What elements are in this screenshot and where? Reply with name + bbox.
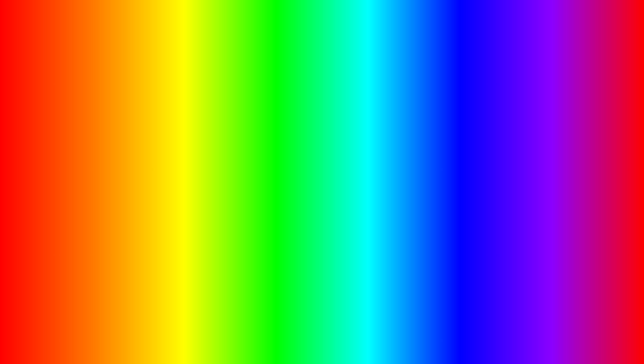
avatar-front: 😊 [171,206,179,214]
script-pastebin-text: SCRIPT PASTEBIN [234,318,472,348]
sidebar-front-avatar: 😊 Sky [168,205,211,216]
game-thumbnail: ANIME WARRIORS 2 [577,309,631,352]
checkbox-collect-coin[interactable] [312,170,318,176]
sidebar-back-label-merchant: MERCHANT [136,126,157,130]
open-ui-icon: ⚡ [131,141,135,144]
window-front-hub-name: YUTO HUB [171,133,194,138]
sidebar-back-label-auto-battle: AUTO BATTLE [136,148,161,152]
star-hatch-icon: ⚡ [131,119,135,122]
title-simulator-text: SIMULATOR [207,53,408,90]
window-back-controls: — ✕ [248,106,263,112]
farm-text: FARM [120,312,224,354]
window-front-titlebar: YUTO HUB [UPD10+2X🍀] Anime Warriors Simu… [168,131,323,141]
feature-label-load-mob-container: Load All Mob For Auto Quest Grapgic = 5 … [216,205,267,214]
feature-sublabel-load-mob: Grapgic = 5 - 10 , Enemy render = 500 [216,210,267,214]
title-container: ANIME WARRIORS SIMULATOR 2 [0,7,644,88]
window-back-close[interactable]: ✕ [257,106,263,112]
window-front-minimize[interactable]: — [304,133,311,138]
checkbox-auto-farm-teleport[interactable] [312,147,318,153]
sidebar-front-label-webhook: WEBHOOK [177,152,196,156]
sidebar-front-daily-reward[interactable]: ⚡ DAILY REWARD [168,165,211,173]
window-front-sidebar: ⚡ MAIN ⚡ WEBHOOK ⚡ LOCAL PLAYER ⚡ DAILY … [168,141,211,234]
sidebar-back-label-dungeon: DUNGEON [136,155,155,159]
front-star-hatch-icon: ⚡ [171,182,175,186]
window-front-body: ⚡ MAIN ⚡ WEBHOOK ⚡ LOCAL PLAYER ⚡ DAILY … [168,141,323,234]
webhook-icon: ⚡ [171,153,175,156]
thumbnail-anime: ANIME [584,322,624,330]
avatar-back-face: 😊 [133,182,136,185]
sidebar-front-teleport[interactable]: ⚡ TELEPORT [168,173,211,180]
sidebar-front-label-daily-reward: DAILY REWARD [177,167,204,171]
local-player-icon: ⚡ [171,160,175,164]
sidebar-front-main[interactable]: ⚡ MAIN [168,143,211,151]
dungeon-icon: ⚡ [131,155,135,159]
sidebar-front-webhook[interactable]: ⚡ WEBHOOK [168,151,211,158]
thumbnail-title: ANIME WARRIORS 2 [584,322,624,349]
feature-row-quest-world: Auto Quest In World (Beta) [214,191,320,202]
avatar-back: 😊 [131,180,139,188]
feature-row-collect-coin: Auto COLLECT COIN + Crystal [214,167,320,179]
sidebar-back-label-star-hatch: STAR HATCH [136,118,159,122]
sidebar-front-label-local-player: LOCAL PLAYER [177,160,204,164]
window-front-close[interactable]: ✕ [314,133,320,138]
window-front: YUTO HUB [UPD10+2X🍀] Anime Warriors Simu… [167,130,324,235]
avatar-front-face: 😊 [173,209,177,212]
merchant-icon: ⚡ [131,126,135,130]
feature-label-quest-world: Auto Quest In World (Beta) [216,194,312,199]
title-number: 2 [408,53,437,90]
secret-boss-icon: ⚡ [131,133,135,137]
window-back-titlebar: YUTO HUB [UPD10+2X🍀] Anime Warriors Simu… [127,104,266,114]
sidebar-back-label-misc: MISC [136,162,146,166]
sidebar-front-merchant[interactable]: ⚡ MERCHANT [168,187,211,195]
checkbox-quest-world[interactable] [312,193,318,199]
feature-label-click-damage: Auto Click Damage [216,182,312,187]
sidebar-front-label-teleport: TELEPORT [177,174,196,178]
sidebar-back-auto-battle[interactable]: ⚡ AUTO BATTLE [127,146,171,153]
discord-icon: ⚡ [131,170,135,174]
sidebar-front-sky-label: Sky [181,208,187,212]
sidebar-back-label-discord: DISCORD [136,170,153,174]
back-content-label: Auto Dungeon [174,117,263,121]
main-icon: ⚡ [171,145,175,149]
window-back-sidebar: ⚡ STAR HATCH ⚡ MERCHANT ⚡ SECRET BOSS ⚡ … [127,114,171,207]
window-front-content: AUTO FARM Teleport (Fast + load map) AUT… [211,141,323,234]
feature-label-collect-coin: Auto COLLECT COIN + Crystal [216,171,312,175]
sidebar-back-star-hatch[interactable]: ⚡ STAR HATCH [127,117,171,124]
sidebar-back-merchant[interactable]: ⚡ MERCHANT [127,124,171,131]
window-back-minimize[interactable]: — [248,106,254,112]
sidebar-back-label-open-ui: Open Ui [136,140,150,144]
bottom-text: AUTO FARM SCRIPT PASTEBIN [10,312,634,354]
title-simulator: SIMULATOR 2 [0,55,644,88]
thumbnail-num: 2 [584,338,624,349]
daily-reward-icon: ⚡ [171,167,175,171]
sidebar-back-open-ui[interactable]: ⚡ Open Ui [127,139,171,146]
teleport-icon: ⚡ [171,175,175,178]
window-front-controls: — ✕ [304,133,320,138]
window-front-game-title: [UPD10+2X🍀] Anime Warriors Simulato [198,134,264,138]
sidebar-back-dungeon[interactable]: ⚡ DUNGEON [127,153,171,161]
feature-row-auto-farm: AUTO FARM [214,156,320,167]
window-back-game-title: [UPD10+2X🍀] Anime Warriors Simulato [157,107,224,111]
sidebar-front-star-hatch[interactable]: ⚡ STAR HATCH [168,180,211,187]
sidebar-back-misc[interactable]: ⚡ MISC [127,161,171,168]
auto-text: AUTO [10,312,113,354]
sidebar-front-label-star-hatch: STAR HATCH [177,182,200,186]
checkbox-load-mob[interactable] [312,206,318,212]
checkbox-click-damage[interactable] [312,182,318,188]
window-front-titlebar-left: YUTO HUB [UPD10+2X🍀] Anime Warriors Simu… [171,133,264,138]
sidebar-back-sky-label: Sky [140,182,146,186]
back-sa: Sa [174,123,263,127]
sidebar-front-secret-boss[interactable]: ⚡ SECRET BOSS [168,195,211,202]
window-back-titlebar-left: YUTO HUB [UPD10+2X🍀] Anime Warriors Simu… [131,107,224,112]
sidebar-back-secret-boss[interactable]: ⚡ SECRET BOSS [127,131,171,139]
feature-row-auto-farm-teleport: AUTO FARM Teleport (Fast + load map) [214,144,320,156]
window-back-hub-name: YUTO HUB [131,107,153,112]
sidebar-back-discord[interactable]: ⚡ DISCORD [127,168,171,175]
sidebar-front-local-player[interactable]: ⚡ LOCAL PLAYER [168,158,211,165]
front-merchant-icon: ⚡ [171,189,175,193]
sidebar-back-avatar: 😊 Sky [127,178,171,189]
sidebar-front-label-merchant: MERCHANT [177,189,197,193]
feature-row-click-damage: Auto Click Damage [214,179,320,191]
sidebar-front-label-secret-boss: SECRET BOSS [177,196,203,200]
checkbox-auto-farm[interactable] [312,158,318,164]
